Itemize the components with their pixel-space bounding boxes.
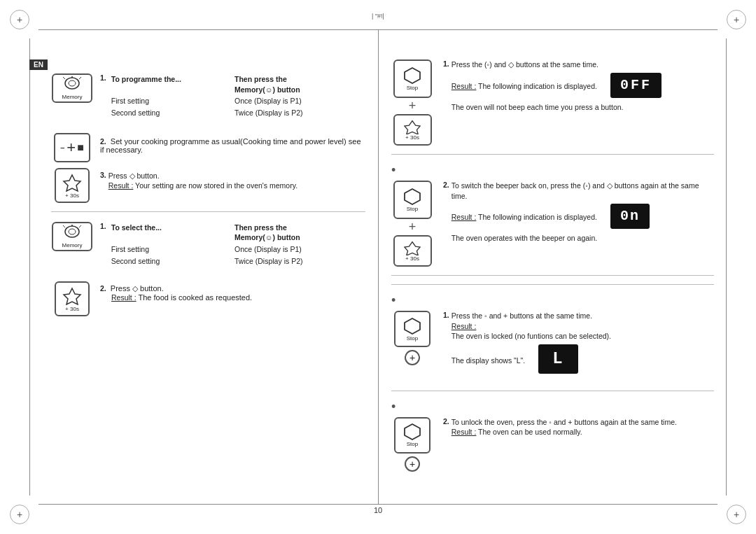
lock-step2-result-text: The oven can be used normally. (478, 428, 582, 436)
step3-num: 3. (100, 171, 106, 179)
header-text: | "#!| (372, 13, 384, 20)
right-column: Stop + + 30s 1. Press the (◦) and ◇ butt… (379, 38, 727, 496)
step2-num: 2. (100, 137, 106, 146)
col-then-press: Then press the Memory(☺) button (232, 73, 365, 95)
memory-label-2: Memory (61, 242, 83, 248)
col-to-select: To select the... (108, 222, 232, 244)
corner-tl (10, 10, 29, 29)
memory-label: Memory (61, 94, 83, 100)
select-step1-num: 1. (100, 222, 106, 230)
memory-icon-col-2: Memory (51, 222, 93, 251)
lock-step1-num: 1. (443, 311, 449, 319)
first-setting-label: First setting (108, 95, 232, 107)
lcd-lock-display: L (538, 344, 578, 374)
stop-plus30-col-2: Stop + + 30s (391, 181, 433, 267)
select-first-value: Once (Display is P1) (232, 244, 365, 255)
plus30-label-4: + 30s (405, 255, 419, 262)
beeper-step2-content: 2. To switch the beeper back on, press t… (440, 181, 714, 248)
stop-label-1: Stop (407, 85, 418, 91)
plus30-label-1: + 30s (65, 192, 79, 199)
section-beeper: Stop + + 30s 1. Press the (◦) and ◇ butt… (391, 59, 714, 472)
select-step2-text: Press ◇ button. (111, 284, 164, 293)
plus30-icon-col-1: + 30s (51, 168, 93, 203)
select-second-label: Second setting (108, 255, 232, 267)
section-divider-right-3 (391, 284, 714, 285)
bullet-1: • (391, 163, 396, 178)
select-step1-content: 1. To select the... Then press the Memor… (100, 222, 365, 276)
plus30-button-2[interactable]: + 30s (55, 281, 90, 316)
plus-minus-button[interactable]: – + ■ (54, 133, 90, 162)
plus30-button-1[interactable]: + 30s (55, 168, 90, 203)
plus-circle-2[interactable]: + (405, 456, 420, 472)
step3-text: Press ◇ button. (108, 171, 160, 180)
plus30-icon-col-2: + 30s (51, 281, 93, 316)
lock-step1-text: Press the ◦ and + buttons at the same ti… (451, 311, 592, 320)
stop-button-lock-1[interactable]: Stop (394, 311, 430, 347)
select-second-value: Twice (Display is P2) (232, 255, 365, 267)
lcd-off-display: 0FF (610, 73, 662, 98)
svg-point-4 (65, 226, 79, 237)
lock-step1-result-text2: The display shows "L". (451, 356, 526, 365)
stop-button-1[interactable]: Stop (393, 59, 432, 98)
plus-circle-1[interactable]: + (405, 350, 420, 365)
svg-marker-3 (64, 175, 80, 191)
corner-bl (10, 505, 29, 524)
step2-content: 2. Set your cooking programme as usual(C… (100, 133, 365, 154)
svg-point-5 (69, 229, 76, 234)
stop-button-2[interactable]: Stop (393, 181, 432, 219)
col-then-press-2: Then press the Memory(☺) button (232, 222, 365, 244)
corner-br (727, 505, 746, 524)
left-column: Memory 1. To programme the... Then press… (38, 38, 378, 496)
section-programme: Memory 1. To programme the... Then press… (51, 73, 365, 316)
svg-marker-8 (405, 68, 420, 83)
beeper-step1-content: 1. Press the (◦) and ◇ buttons at the sa… (440, 59, 714, 116)
bullet-2-wrap: • (391, 293, 714, 308)
beeper-on-row: Stop + + 30s 2. To switch the beeper bac… (391, 181, 714, 267)
second-setting-label: Second setting (108, 107, 232, 119)
section-divider-1 (51, 211, 365, 212)
beeper-step2-result-label: Result : (451, 213, 477, 221)
stop-plus30-col-1: Stop + + 30s (391, 59, 433, 146)
beeper-step1-result-text: The following indication is displayed. (478, 82, 597, 90)
section-divider-right-4 (391, 391, 714, 391)
corner-tr (727, 10, 746, 29)
lock-step1-result-label: Result : (451, 322, 477, 330)
section-divider-right-2 (391, 275, 714, 276)
beeper-step1-num: 1. (443, 59, 449, 68)
memory-button-2[interactable]: Memory (52, 222, 92, 251)
lock-step1-result-text: The oven is locked (no funtions can be s… (451, 332, 611, 340)
beeper-step1-text: Press the (◦) and ◇ buttons at the same … (451, 60, 598, 69)
lock-icon-col-1: Stop + (391, 311, 433, 365)
lock-step2-content: 2. To unlock the oven, press the ◦ and +… (440, 417, 714, 442)
stop-label-lock-1: Stop (407, 335, 418, 342)
select-step2-result-text: The food is cooked as requested. (138, 293, 252, 302)
lock-step1-content: 1. Press the ◦ and + buttons at the same… (440, 311, 714, 382)
first-setting-value: Once (Display is P1) (232, 95, 365, 107)
plus-minus-icon-col: – + ■ (51, 133, 93, 162)
plus30-label-2: + 30s (65, 306, 79, 312)
step2-text: Set your cooking programme as usual(Cook… (100, 137, 361, 154)
beeper-step1-note: The oven will not beep each time you pre… (451, 102, 714, 113)
bullet-2: • (391, 293, 396, 308)
second-setting-value: Twice (Display is P2) (232, 107, 365, 119)
bullet-3: • (391, 400, 396, 414)
bullet-1-wrap: • (391, 163, 714, 178)
memory-button[interactable]: Memory (52, 73, 92, 103)
step1-num: 1. (100, 73, 106, 82)
border-left (29, 38, 30, 496)
plus30-button-3[interactable]: + 30s (393, 114, 432, 146)
plus30-button-4[interactable]: + 30s (393, 235, 432, 267)
lock-step2-num: 2. (443, 417, 449, 426)
stop-button-lock-2[interactable]: Stop (394, 417, 430, 454)
select-step2-num: 2. (100, 284, 106, 293)
memory-icon-col: Memory (51, 73, 93, 103)
lock-step2-text: To unlock the oven, press the ◦ and + bu… (451, 418, 677, 426)
step3-result-text: Your setting are now stored in the oven'… (135, 181, 298, 190)
step3-result-label: Result : (108, 181, 134, 190)
svg-point-0 (65, 78, 79, 89)
beeper-off-row: Stop + + 30s 1. Press the (◦) and ◇ butt… (391, 59, 714, 146)
section-divider-right-1 (391, 154, 714, 155)
col-to-programme: To programme the... (108, 73, 232, 95)
bullet-3-wrap: • (391, 400, 714, 414)
svg-point-1 (69, 80, 76, 86)
